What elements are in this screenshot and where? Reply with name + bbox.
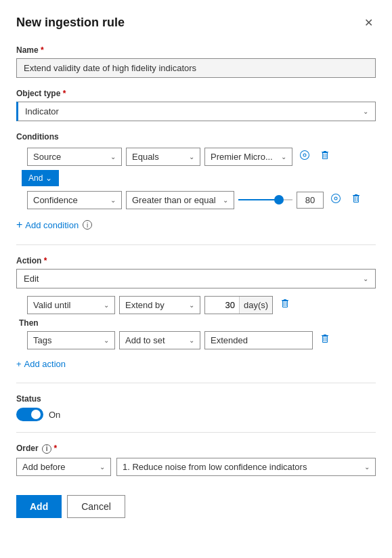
condition-row-2-wrapper: Confidence ⌄ Greater than or equal ⌄ 80 <box>27 190 376 209</box>
footer-buttons: Add Cancel <box>16 490 376 518</box>
add-button[interactable]: Add <box>16 495 62 518</box>
cancel-button[interactable]: Cancel <box>67 495 125 518</box>
action-row-2-wrapper: Tags ⌄ Add to set ⌄ <box>27 330 376 349</box>
action-row-2: Tags ⌄ Add to set ⌄ <box>27 330 376 349</box>
plus-icon: + <box>16 219 22 231</box>
condition-operator-1-value: Equals <box>132 152 159 162</box>
add-action-label: Add action <box>24 359 66 369</box>
condition-operator-2-value: Greater than or equal <box>132 195 216 205</box>
chevron-down-icon: ⌄ <box>110 153 116 160</box>
chevron-down-icon: ⌄ <box>363 275 368 282</box>
action-field-1-dropdown[interactable]: Valid until ⌄ <box>27 296 115 314</box>
chevron-down-icon: ⌄ <box>100 463 105 471</box>
name-input[interactable] <box>16 58 376 78</box>
action-operator-2-dropdown[interactable]: Add to set ⌄ <box>119 331 200 349</box>
condition-field-2-value: Confidence <box>33 195 78 205</box>
order-section: Order i * Add before ⌄ 1. Reduce noise f… <box>16 444 376 476</box>
divider-2 <box>16 383 376 383</box>
chevron-down-icon: ⌄ <box>45 173 52 183</box>
chevron-down-icon: ⌄ <box>104 337 109 344</box>
dialog-title: New ingestion rule <box>16 16 125 30</box>
action-operator-2-value: Add to set <box>125 335 165 345</box>
action-section: Action * Edit ⌄ Valid until ⌄ Extend by … <box>16 256 376 372</box>
new-ingestion-rule-dialog: New ingestion rule ✕ Name * Object type … <box>0 0 392 558</box>
slider-container: 80 <box>238 192 324 209</box>
chevron-down-icon: ⌄ <box>223 196 228 204</box>
day-unit-label: day(s) <box>239 297 272 314</box>
condition-value-1-text: Premier Micro... <box>211 152 273 162</box>
and-label: And <box>28 173 43 183</box>
day-input-wrapper: day(s) <box>204 296 273 314</box>
add-action-button[interactable]: + Add action <box>16 356 66 372</box>
conditions-section: Conditions Source ⌄ Equals ⌄ Premier Mic… <box>16 132 376 234</box>
action-field-2-dropdown[interactable]: Tags ⌄ <box>27 331 115 349</box>
chevron-down-icon: ⌄ <box>364 463 370 471</box>
add-condition-button[interactable]: + Add condition <box>16 216 79 234</box>
add-condition-label: Add condition <box>25 220 79 230</box>
chevron-down-icon: ⌄ <box>281 153 286 160</box>
condition-field-1-dropdown[interactable]: Source ⌄ <box>27 148 122 166</box>
condition-operator-2-dropdown[interactable]: Greater than or equal ⌄ <box>126 191 234 209</box>
action-operator-1-dropdown[interactable]: Extend by ⌄ <box>119 296 200 314</box>
and-button[interactable]: And ⌄ <box>22 170 59 186</box>
order-info-icon[interactable]: i <box>42 444 51 454</box>
chevron-down-icon: ⌄ <box>189 153 194 160</box>
close-button[interactable]: ✕ <box>362 14 376 32</box>
add-condition-info-icon[interactable]: i <box>83 220 92 230</box>
dialog-header: New ingestion rule ✕ <box>16 14 376 32</box>
name-section: Name * <box>16 45 376 78</box>
order-rule-value: 1. Reduce noise from low confidence indi… <box>123 462 307 472</box>
then-label: Then <box>19 318 376 328</box>
condition-1-settings-icon[interactable] <box>297 147 313 166</box>
action-1-delete-icon[interactable] <box>277 295 293 314</box>
order-rule-dropdown[interactable]: 1. Reduce noise from low confidence indi… <box>116 458 376 476</box>
condition-value-1-dropdown[interactable]: Premier Micro... ⌄ <box>204 148 292 166</box>
chevron-down-icon: ⌄ <box>189 301 194 309</box>
action-value-2-input[interactable] <box>204 331 313 349</box>
order-before-dropdown[interactable]: Add before ⌄ <box>16 458 111 476</box>
add-condition-row: + Add condition i <box>16 216 376 234</box>
status-section: Status On <box>16 394 376 421</box>
chevron-down-icon: ⌄ <box>189 337 194 344</box>
object-type-value: Indicator <box>25 106 59 116</box>
order-label: Order i * <box>16 444 376 454</box>
order-before-value: Add before <box>22 462 66 472</box>
toggle-slider <box>16 408 43 421</box>
chevron-down-icon: ⌄ <box>363 108 368 115</box>
condition-field-1-value: Source <box>33 152 61 162</box>
divider-3 <box>16 432 376 433</box>
chevron-down-icon: ⌄ <box>104 301 109 309</box>
action-2-delete-icon[interactable] <box>317 330 333 349</box>
condition-field-2-dropdown[interactable]: Confidence ⌄ <box>27 191 122 209</box>
condition-operator-1-dropdown[interactable]: Equals ⌄ <box>126 148 200 166</box>
order-row: Add before ⌄ 1. Reduce noise from low co… <box>16 458 376 476</box>
toggle-container: On <box>16 408 376 421</box>
action-label: Action * <box>16 256 376 265</box>
day-count-input[interactable] <box>205 297 239 314</box>
action-row-1: Valid until ⌄ Extend by ⌄ day(s) <box>27 295 376 314</box>
object-type-section: Object type * Indicator ⌄ <box>16 89 376 121</box>
add-action-row: + Add action <box>16 356 376 372</box>
action-field-2-value: Tags <box>33 335 51 345</box>
condition-2-delete-icon[interactable] <box>348 190 364 209</box>
slider-value: 80 <box>297 192 324 209</box>
action-type-dropdown[interactable]: Edit ⌄ <box>16 269 376 288</box>
action-type-value: Edit <box>24 274 39 284</box>
status-label: Status <box>16 394 376 404</box>
status-on-text: On <box>49 410 60 420</box>
conditions-label: Conditions <box>16 132 376 142</box>
divider-1 <box>16 244 376 245</box>
confidence-slider[interactable] <box>238 199 292 200</box>
chevron-down-icon: ⌄ <box>110 196 116 204</box>
and-connector: And ⌄ <box>19 170 376 186</box>
condition-2-settings-icon[interactable] <box>328 190 344 209</box>
object-type-dropdown[interactable]: Indicator ⌄ <box>16 102 376 121</box>
plus-icon: + <box>16 359 22 369</box>
status-toggle[interactable] <box>16 408 43 421</box>
condition-row-1: Source ⌄ Equals ⌄ Premier Micro... ⌄ <box>27 147 376 166</box>
action-row-1-wrapper: Valid until ⌄ Extend by ⌄ day(s) <box>27 295 376 314</box>
action-operator-1-value: Extend by <box>125 300 165 310</box>
object-type-label: Object type * <box>16 89 376 98</box>
condition-row-2: Confidence ⌄ Greater than or equal ⌄ 80 <box>27 190 376 209</box>
condition-1-delete-icon[interactable] <box>317 147 333 166</box>
